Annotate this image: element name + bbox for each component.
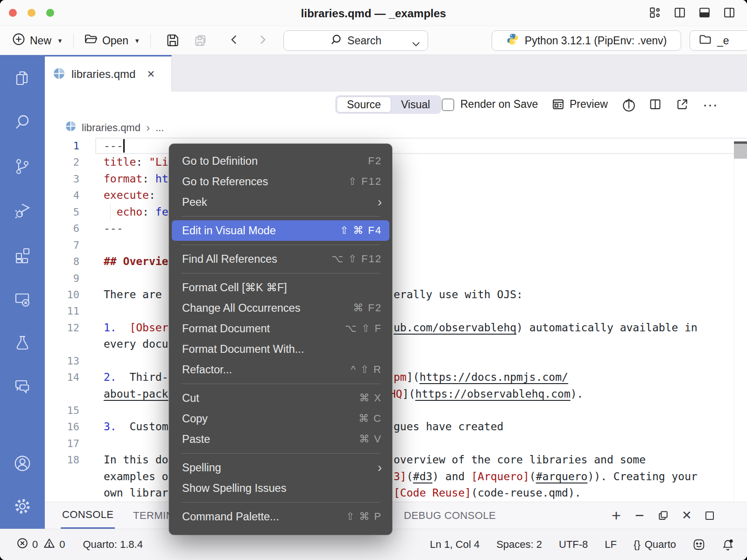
- eol-sequence[interactable]: LF: [605, 539, 617, 551]
- menu-item-format-document-with[interactable]: Format Document With...: [169, 339, 392, 359]
- problems-errors[interactable]: 0: [17, 538, 38, 552]
- new-button[interactable]: New ▼: [12, 33, 63, 49]
- chat-icon[interactable]: [13, 377, 32, 395]
- minimize-panel-icon[interactable]: −: [635, 502, 644, 529]
- menu-item-copy[interactable]: Copy⌘ C: [169, 408, 392, 429]
- split-editor-icon[interactable]: [673, 6, 686, 19]
- code-line[interactable]: 1---: [45, 138, 747, 154]
- menu-item-spelling[interactable]: Spelling›: [169, 457, 392, 478]
- panel-tab-console[interactable]: CONSOLE: [61, 502, 115, 529]
- publish-icon[interactable]: [622, 97, 636, 114]
- more-actions-icon[interactable]: …: [702, 92, 719, 110]
- customize-layout-icon[interactable]: [648, 6, 662, 19]
- menu-item-edit-in-visual-mode[interactable]: Edit in Visual Mode⇧ ⌘ F4: [172, 220, 389, 241]
- split-editor-icon[interactable]: [649, 98, 662, 112]
- language-mode[interactable]: {} Quarto: [634, 539, 676, 551]
- menu-separator: [181, 245, 380, 245]
- code-line[interactable]: 8## Overvie: [45, 253, 747, 270]
- code-text: 2. Third-: [104, 369, 169, 385]
- menu-item-paste[interactable]: Paste⌘ V: [169, 429, 392, 449]
- close-tab-icon[interactable]: ✕: [147, 69, 155, 80]
- code-line[interactable]: 142. Third-pm](https://docs.npmjs.com/: [45, 369, 747, 385]
- preview-icon[interactable]: [552, 98, 564, 112]
- preview-label[interactable]: Preview: [570, 98, 608, 111]
- save-all-icon[interactable]: [194, 33, 208, 49]
- save-icon[interactable]: [166, 33, 180, 49]
- code-area: 1---2title: "Li3format: ht4execute:5 ech…: [45, 138, 747, 502]
- tab-libraries-qmd[interactable]: libraries.qmd ✕: [45, 55, 172, 92]
- menu-item-go-to-definition[interactable]: Go to DefinitionF2: [169, 151, 392, 171]
- chevron-down-icon[interactable]: [411, 38, 421, 50]
- scrollbar-thumb[interactable]: [734, 144, 747, 159]
- menu-item-go-to-references[interactable]: Go to References⇧ F12: [169, 171, 392, 192]
- extensions-icon[interactable]: [13, 245, 32, 264]
- toggle-secondary-sidebar-icon[interactable]: [723, 6, 736, 19]
- problems-warnings[interactable]: 0: [43, 538, 65, 552]
- code-line[interactable]: every docu: [45, 336, 747, 352]
- encoding[interactable]: UTF-8: [559, 539, 588, 551]
- code-line[interactable]: 10There are erally use with OJS:: [45, 287, 747, 303]
- menu-item-cut[interactable]: Cut⌘ X: [169, 388, 392, 408]
- code-line[interactable]: examples o3](#d3) and [Arquero](#arquero…: [45, 469, 747, 485]
- code-line[interactable]: 3format: ht: [45, 171, 747, 187]
- source-control-icon[interactable]: [13, 157, 32, 176]
- menu-shortcut: ⌘ X: [359, 392, 382, 404]
- code-line[interactable]: 9: [45, 270, 747, 287]
- code-line[interactable]: 7: [45, 237, 747, 253]
- search-icon[interactable]: [13, 113, 32, 132]
- line-number: 1: [45, 138, 79, 154]
- code-line[interactable]: 121. [Obserub.com/observablehq) automati…: [45, 320, 747, 336]
- source-mode-button[interactable]: Source: [337, 97, 391, 112]
- panel-tab-debug-console[interactable]: DEBUG CONSOLE: [404, 502, 496, 529]
- code-line[interactable]: 18In this dooverview of the core librari…: [45, 452, 747, 468]
- menu-item-change-all-occurrences[interactable]: Change All Occurrences⌘ F2: [169, 298, 392, 318]
- cursor-position[interactable]: Ln 1, Col 4: [430, 539, 479, 551]
- code-line[interactable]: 6---: [45, 220, 747, 237]
- testing-flask-icon[interactable]: [13, 334, 32, 352]
- quarto-version[interactable]: Quarto: 1.8.4: [83, 539, 143, 551]
- feedback-smiley-icon[interactable]: [693, 539, 705, 551]
- settings-gear-icon[interactable]: [13, 497, 32, 516]
- visual-mode-button[interactable]: Visual: [391, 97, 440, 112]
- code-editor[interactable]: 1---2title: "Li3format: ht4execute:5 ech…: [45, 138, 747, 502]
- open-button[interactable]: Open ▼: [84, 33, 140, 49]
- menu-item-format-cell-k-f[interactable]: Format Cell [⌘K ⌘F]: [169, 277, 392, 298]
- breadcrumb-file[interactable]: libraries.qmd: [82, 122, 141, 134]
- restore-panel-icon[interactable]: [657, 502, 669, 529]
- notification-bell-icon[interactable]: [722, 539, 734, 551]
- menu-item-find-all-references[interactable]: Find All References⌥ ⇧ F12: [169, 249, 392, 269]
- code-line[interactable]: 2title: "Li: [45, 154, 747, 170]
- back-arrow-icon[interactable]: [228, 33, 240, 48]
- code-line[interactable]: 4execute:: [45, 187, 747, 203]
- run-debug-icon[interactable]: [13, 201, 32, 220]
- menu-item-command-palette[interactable]: Command Palette...⇧ ⌘ P: [169, 506, 392, 527]
- forward-arrow-icon[interactable]: [256, 33, 268, 48]
- interpreter-selector[interactable]: Python 3.12.1 (PipEnv: .venv): [492, 30, 681, 51]
- render-on-save-checkbox[interactable]: [442, 98, 454, 111]
- toggle-panel-icon[interactable]: [698, 6, 711, 19]
- menu-item-format-document[interactable]: Format Document⌥ ⇧ F: [169, 318, 392, 339]
- code-line[interactable]: own librar[Code Reuse](code-reuse.qmd).: [45, 485, 747, 501]
- search-input[interactable]: Search: [283, 30, 428, 51]
- code-line[interactable]: about-packHQ](https://observablehq.com).: [45, 386, 747, 402]
- code-line[interactable]: 11: [45, 303, 747, 319]
- open-in-new-window-icon[interactable]: [676, 98, 689, 112]
- account-icon[interactable]: [13, 454, 32, 473]
- remote-explorer-icon[interactable]: [13, 290, 32, 308]
- code-line[interactable]: 163. Customgues have created: [45, 419, 747, 435]
- menu-item-refactor[interactable]: Refactor...^ ⇧ R: [169, 359, 392, 380]
- code-line[interactable]: 17: [45, 435, 747, 452]
- menu-item-peek[interactable]: Peek›: [169, 192, 392, 212]
- breadcrumb-more[interactable]: ...: [155, 122, 164, 134]
- code-line[interactable]: 5 echo: fe: [45, 204, 747, 220]
- code-line[interactable]: 13: [45, 353, 747, 369]
- code-text: [Code Reuse](code-reuse.qmd).: [394, 485, 581, 501]
- code-line[interactable]: 15: [45, 402, 747, 419]
- new-console-icon[interactable]: +: [612, 502, 621, 529]
- menu-item-show-spelling-issues[interactable]: Show Spelling Issues: [169, 478, 392, 498]
- indentation[interactable]: Spaces: 2: [496, 539, 542, 551]
- close-panel-icon[interactable]: ✕: [682, 502, 692, 529]
- explorer-icon[interactable]: [13, 69, 32, 88]
- project-button[interactable]: _e: [690, 30, 747, 51]
- maximize-panel-icon[interactable]: [704, 502, 715, 529]
